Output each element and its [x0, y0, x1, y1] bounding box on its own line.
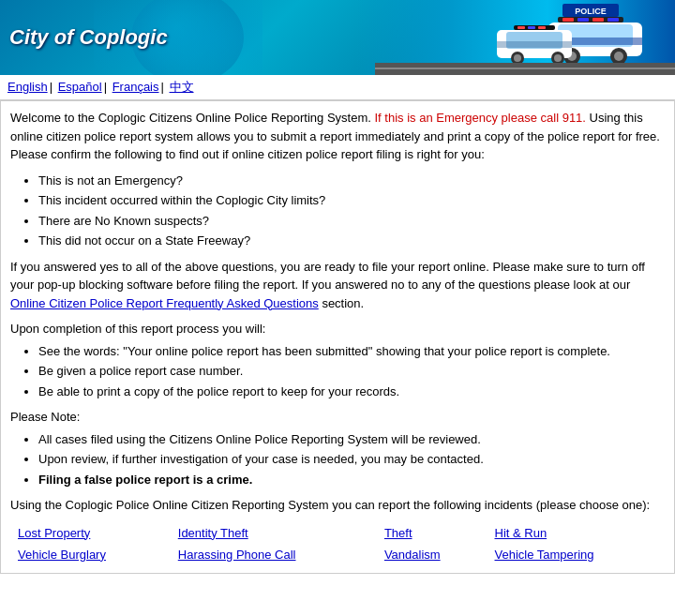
note-label: Please Note: [10, 408, 665, 427]
checklist-item-1: This is not an Emergency? [38, 172, 665, 190]
faq-link[interactable]: Online Citizen Police Report Frequently … [10, 296, 319, 310]
completion-list: See the words: "Your online police repor… [38, 342, 665, 401]
incident-cell-identity-theft: Identity Theft [171, 522, 377, 544]
svg-rect-7 [608, 18, 619, 22]
svg-rect-4 [562, 18, 574, 22]
svg-rect-17 [497, 41, 572, 48]
svg-point-25 [554, 54, 562, 62]
using-text: Using the Coplogic Police Online Citizen… [10, 496, 665, 515]
note-item-2: Upon review, if further investigation of… [38, 450, 665, 469]
lang-francais[interactable]: Français [112, 80, 159, 94]
svg-point-14 [614, 52, 623, 61]
incident-cell-harassing-phone: Harassing Phone Call [171, 544, 377, 565]
checklist-item-2: This incident occurred within the Coplog… [38, 191, 665, 210]
incident-cell-vehicle-burglary: Vehicle Burglary [10, 544, 171, 565]
police-cars-icon: POLICE [375, 2, 675, 75]
incident-cell-hit-run: Hit & Run [488, 522, 666, 544]
incident-link-theft[interactable]: Theft [384, 526, 412, 540]
note-list: All cases filed using the Citizens Onlin… [38, 430, 665, 489]
main-content: Welcome to the Coplogic Citizens Online … [0, 100, 675, 574]
checklist-item-3: There are No Known suspects? [38, 212, 665, 231]
intro-text-part1: Welcome to the Coplogic Citizens Online … [10, 111, 375, 125]
emergency-text: If this is an Emergency please call 911. [375, 111, 586, 125]
lang-english[interactable]: English [8, 80, 48, 94]
incident-link-harassing-phone[interactable]: Harassing Phone Call [178, 548, 296, 562]
svg-rect-21 [538, 26, 546, 29]
incident-link-hit-run[interactable]: Hit & Run [495, 526, 548, 540]
incident-link-vehicle-tampering[interactable]: Vehicle Tampering [495, 548, 594, 562]
incident-cell-lost-property: Lost Property [10, 522, 171, 544]
lang-sep-2: | [104, 80, 107, 94]
svg-rect-19 [518, 26, 525, 29]
incident-cell-vehicle-tampering: Vehicle Tampering [488, 544, 666, 565]
note-item-3: Filing a false police report is a crime. [38, 471, 665, 489]
incident-link-vandalism[interactable]: Vandalism [384, 548, 441, 562]
language-bar: English| Español| Français| 中文 [0, 75, 675, 100]
popup-paragraph: If you answered yes to all of the above … [10, 258, 665, 313]
svg-rect-5 [578, 18, 589, 22]
checklist: This is not an Emergency? This incident … [38, 172, 665, 250]
incidents-row-1: Lost Property Identity Theft Theft Hit &… [10, 522, 665, 544]
header: City of Coplogic POLICE [0, 0, 675, 75]
note-item-3-bold: Filing a false police report is a crime. [38, 473, 252, 487]
svg-rect-20 [528, 26, 535, 29]
completion-intro: Upon completion of this report process y… [10, 320, 665, 338]
completion-item-1: See the words: "Your online police repor… [38, 342, 665, 361]
svg-point-23 [514, 54, 521, 62]
lang-sep-3: | [161, 80, 164, 94]
popup-text-part1: If you answered yes to all of the above … [10, 260, 645, 293]
completion-item-3: Be able to print a copy of the police re… [38, 383, 665, 401]
incident-link-vehicle-burglary[interactable]: Vehicle Burglary [18, 548, 106, 562]
intro-paragraph: Welcome to the Coplogic Citizens Online … [10, 109, 665, 164]
lang-chinese[interactable]: 中文 [170, 80, 194, 94]
header-title: City of Coplogic [0, 25, 168, 50]
checklist-item-4: This did not occur on a State Freeway? [38, 232, 665, 250]
incident-cell-theft: Theft [377, 522, 488, 544]
popup-text-part2: section. [319, 296, 364, 310]
incident-link-identity-theft[interactable]: Identity Theft [178, 526, 248, 540]
svg-rect-27 [375, 68, 675, 69]
svg-text:POLICE: POLICE [575, 7, 607, 16]
note-item-1: All cases filed using the Citizens Onlin… [38, 430, 665, 449]
lang-sep-1: | [50, 80, 52, 94]
incident-cell-vandalism: Vandalism [377, 544, 488, 565]
lang-espanol[interactable]: Español [58, 80, 102, 94]
header-cars: POLICE [356, 0, 675, 75]
incidents-row-2: Vehicle Burglary Harassing Phone Call Va… [10, 544, 665, 565]
completion-item-2: Be given a police report case number. [38, 362, 665, 381]
incident-link-lost-property[interactable]: Lost Property [18, 526, 90, 540]
incidents-table: Lost Property Identity Theft Theft Hit &… [10, 522, 665, 565]
svg-rect-6 [592, 18, 604, 22]
